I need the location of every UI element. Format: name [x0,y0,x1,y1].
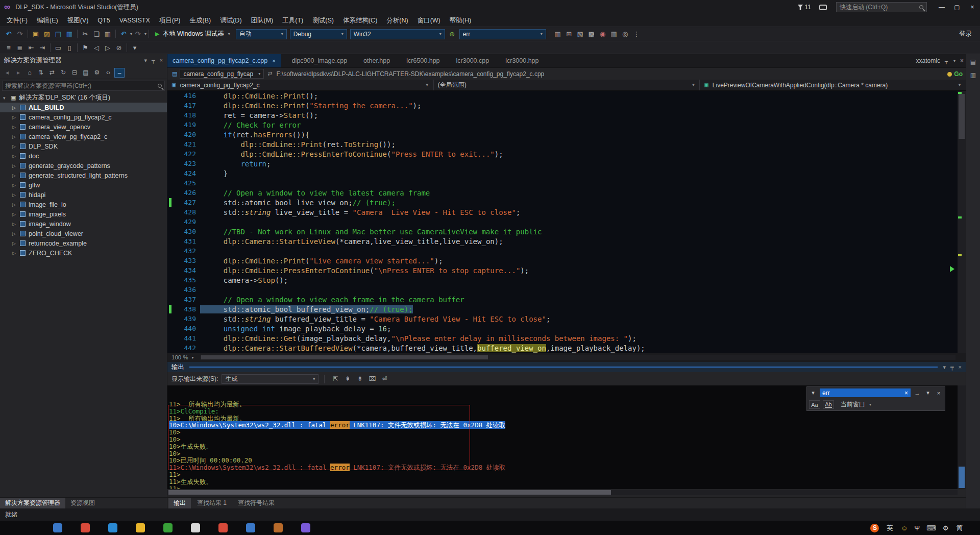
close-icon[interactable]: × [960,57,964,64]
project-item[interactable]: ▷doc [0,151,167,161]
go-button[interactable]: Go [947,68,963,80]
forward-icon[interactable]: ▸ [13,68,23,78]
taskbar-app-icon[interactable] [53,523,62,532]
output-horizontal-scrollbar[interactable] [167,490,958,495]
chevron-right-icon[interactable]: ▷ [12,192,20,198]
menu-item[interactable]: 调试(D) [215,14,246,27]
project-item[interactable]: ▷camera_view_opencv [0,122,167,132]
editor-vertical-scrollbar[interactable] [958,91,966,353]
maximize-button[interactable]: ▢ [949,0,965,14]
toolbar-overflow-icon[interactable]: ⋮ [631,30,642,38]
close-icon[interactable]: × [935,390,943,396]
chevron-right-icon[interactable]: ▷ [12,125,20,130]
collapse-all-icon[interactable]: ⊟ [69,68,80,78]
find-in-files-icon[interactable]: ▥ [552,30,564,38]
project-item[interactable]: ▷hidapi [0,190,167,200]
find-next-icon[interactable]: → [913,390,921,396]
menu-item[interactable]: 项目(P) [155,14,185,27]
panel-tab[interactable]: 查找结果 1 [192,498,232,508]
menu-item[interactable]: VASSISTX [115,14,155,27]
chevron-right-icon[interactable]: ▷ [12,202,20,207]
menu-item[interactable]: 文件(F) [2,14,32,27]
mic-icon[interactable]: Ψ [914,524,920,532]
next-bookmark-icon[interactable]: ▷ [102,44,113,52]
match-case-toggle[interactable]: Aa [809,400,820,409]
switch-views-icon[interactable]: ⇅ [36,68,46,78]
scrollbar-thumb[interactable] [201,355,488,359]
taskbar-app-icon[interactable] [301,523,310,532]
project-item[interactable]: ▷generate_graycode_patterns [0,161,167,171]
zoom-control[interactable]: 100 % ▾ [167,354,198,360]
solution-search-input[interactable]: 搜索解决方案资源管理器(Ctrl+;) [2,81,165,91]
back-icon[interactable]: ◂ [2,68,12,78]
output-vertical-scrollbar[interactable] [958,385,966,489]
document-tab[interactable]: other.hpp [358,54,395,67]
chevron-right-icon[interactable]: ▷ [12,183,20,188]
toolbar-search-combo[interactable]: err ▾ [459,29,546,39]
server-explorer-icon[interactable]: ▥ [970,71,976,79]
document-outline-icon[interactable]: ▤ [970,58,976,65]
find-input[interactable]: err × [820,388,911,397]
configuration-combo[interactable]: Debug▾ [290,29,347,39]
decrease-indent-icon[interactable]: ⇤ [26,44,37,52]
menu-item[interactable]: QT5 [93,14,114,27]
taskbar-app-icon[interactable] [136,523,145,532]
immediate-window-icon[interactable]: ▩ [586,30,597,38]
clear-bookmarks-icon[interactable]: ⊘ [113,44,125,52]
menu-item[interactable]: 生成(B) [185,14,216,27]
chevron-right-icon[interactable]: ▷ [12,115,20,120]
window-position-icon[interactable]: ▾ [144,57,147,64]
scrollbar-thumb[interactable] [959,94,965,139]
menu-item[interactable]: 视图(V) [63,14,93,27]
quick-launch-input[interactable]: 快速启动 (Ctrl+Q) [836,2,927,12]
taskbar-app-icon[interactable] [246,523,255,532]
pin-icon[interactable]: ┯ [152,57,155,64]
panel-tab[interactable]: 解决方案资源管理器 [0,498,65,508]
sync-with-active-document-icon[interactable]: ⇄ [47,68,57,78]
watch-window-icon[interactable]: ◎ [620,30,631,38]
refresh-icon[interactable]: ↻ [58,68,68,78]
debug-type-combo[interactable]: 自动▾ [236,29,287,39]
start-debug-button[interactable]: ▶ 本地 Windows 调试器 ▾ [151,30,234,38]
menu-item[interactable]: 分析(N) [382,14,412,27]
project-item[interactable]: ▷camera_view_pg_flycap2_c [0,132,167,141]
document-tab[interactable]: dlpc900_image.cpp [287,54,352,67]
minus-icon[interactable]: – [114,68,125,78]
document-tab[interactable]: lcr3000.cpp [451,54,495,67]
toolbox-icon[interactable]: ⊞ [564,30,575,38]
project-item[interactable]: ▷glfw [0,180,167,190]
redo-icon[interactable]: ↷ [132,30,143,38]
chevron-right-icon[interactable]: ▷ [12,154,20,159]
project-item[interactable]: ▷returncode_example [0,238,167,248]
menu-item[interactable]: 测试(S) [308,14,338,27]
output-console[interactable]: 11> 所有输出均为最新。11>ClCompile:11> 所有输出均为最新。1… [167,385,958,489]
project-item[interactable]: ▷image_file_io [0,200,167,209]
navigate-back-icon[interactable]: ↶ [3,30,14,38]
increase-indent-icon[interactable]: ⇥ [37,44,48,52]
save-icon[interactable]: ▤ [53,30,64,38]
window-position-icon[interactable]: ▾ [943,364,946,371]
toggle-bookmark-icon[interactable]: ⚑ [80,44,91,52]
document-tab[interactable]: lcr6500.hpp [401,54,445,67]
display-whitespace-icon[interactable]: ≡ [3,44,14,52]
chevron-right-icon[interactable]: ▷ [12,222,20,227]
code-editor[interactable]: 416 dlp::CmdLine::Print();417 dlp::CmdLi… [167,91,958,353]
open-file-icon[interactable]: ▨ [41,30,53,38]
close-icon[interactable]: × [272,58,275,64]
taskbar-app-icon[interactable] [163,523,173,532]
attach-to-process-icon[interactable]: ⊕ [447,30,458,38]
taskbar-app-icon[interactable] [191,523,200,532]
panel-tab[interactable]: 输出 [168,498,191,508]
command-window-icon[interactable]: ▧ [575,30,586,38]
menu-item[interactable]: 团队(M) [247,14,278,27]
feedback-icon[interactable] [819,5,827,10]
show-all-files-icon[interactable]: ▤ [81,68,91,78]
project-item[interactable]: ▷ZERO_CHECK [0,248,167,258]
project-item[interactable]: ▷generate_structured_light_patterns [0,171,167,180]
chevron-right-icon[interactable]: ▷ [12,251,20,256]
editor-horizontal-scrollbar[interactable] [200,355,955,360]
undo-icon[interactable]: ↶ [118,30,129,38]
chevron-right-icon[interactable]: ▷ [12,241,20,246]
file-dropdown[interactable]: camera_config_pg_flycap ▾ [180,69,264,79]
save-all-icon[interactable]: ▦ [64,30,75,38]
